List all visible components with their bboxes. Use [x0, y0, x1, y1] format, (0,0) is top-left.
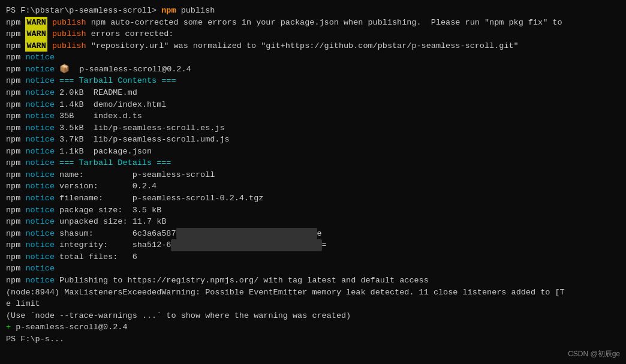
integrity-key: integrity: sha512-6: [55, 239, 171, 251]
tarball-contents-label: === Tarball Contents ===: [55, 75, 176, 87]
notice-badge15: notice: [25, 216, 55, 228]
publishing-text: Publishing to https://registry.npmjs.org…: [55, 275, 429, 287]
terminal-line-prompt2: PS F:\p-s...: [6, 333, 620, 345]
name-text: name: p-seamless-scroll: [55, 169, 215, 181]
es-text: 3.5kB lib/p-seamless-scroll.es.js: [55, 122, 225, 134]
publish-label3: publish: [47, 40, 86, 52]
npm-label4: npm: [6, 52, 25, 64]
npm-label3: npm: [6, 40, 25, 52]
publish-label2: publish: [47, 28, 86, 40]
terminal-line-prompt: PS F:\pbstar\p-seamless-scroll> npm publ…: [6, 5, 620, 17]
filename-text: filename: p-seamless-scroll-0.2.4.tgz: [55, 192, 263, 204]
warn-text1: npm auto-corrected some errors in your p…: [86, 17, 562, 29]
terminal-line-use-node: (Use `node --trace-warnings ...` to show…: [6, 310, 620, 322]
npm-label2: npm: [6, 28, 25, 40]
publish-command: publish: [176, 5, 215, 17]
notice-badge17: notice: [25, 239, 55, 251]
warn-badge2: WARN: [25, 28, 47, 40]
terminal-line-version: npm notice version: 0.2.4: [6, 181, 620, 192]
terminal-line-notice-empty2: npm notice: [6, 263, 620, 275]
totalfiles-text: total files: 6: [55, 251, 137, 263]
notice-badge2: notice: [25, 64, 55, 76]
warn-badge3: WARN: [25, 40, 47, 52]
demo-text: 1.4kB demo/index.html: [55, 99, 166, 111]
unpackedsize-text: unpacked size: 11.7 kB: [55, 216, 166, 228]
npm-label9: npm: [6, 110, 25, 122]
npm-label12: npm: [6, 146, 25, 158]
npm-label6: npm: [6, 75, 25, 87]
terminal-line-es: npm notice 3.5kB lib/p-seamless-scroll.e…: [6, 122, 620, 134]
publish-label: publish: [47, 17, 86, 29]
npm-label13: npm: [6, 157, 25, 169]
integrity-end: =: [322, 239, 327, 251]
terminal-line-unpackedsize: npm notice unpacked size: 11.7 kB: [6, 216, 620, 228]
terminal-line-demo: npm notice 1.4kB demo/index.html: [6, 99, 620, 111]
warn-badge: WARN: [25, 17, 47, 29]
notice-badge8: notice: [25, 134, 55, 146]
notice-badge3: notice: [25, 75, 55, 87]
terminal-line-readme: npm notice 2.0kB README.md: [6, 87, 620, 99]
umd-text: 3.7kB lib/p-seamless-scroll.umd.js: [55, 134, 230, 146]
pkgjson-text: 1.1kB package.json: [55, 146, 152, 158]
warn-text3: "repository.url" was normalized to "git+…: [86, 40, 519, 52]
terminal-line-elimit: e limit: [6, 298, 620, 310]
npm-label19: npm: [6, 228, 25, 240]
npm-label14: npm: [6, 169, 25, 181]
notice-badge20: notice: [25, 275, 55, 287]
notice-badge14: notice: [25, 204, 55, 216]
terminal-line-notice-pkg: npm notice 📦 p-seamless-scroll@0.2.4: [6, 64, 620, 76]
npm-label5: npm: [6, 64, 25, 76]
use-node-text: (Use `node --trace-warnings ...` to show…: [6, 310, 351, 322]
terminal-line-warn3: npm WARN publish "repository.url" was no…: [6, 40, 620, 52]
terminal-line-tarball-details: npm notice === Tarball Details ===: [6, 157, 620, 169]
terminal-line-indexdts: npm notice 35B index.d.ts: [6, 110, 620, 122]
notice-badge19: notice: [25, 263, 55, 275]
notice-badge5: notice: [25, 99, 55, 111]
npm-label7: npm: [6, 87, 25, 99]
notice-badge18: notice: [25, 251, 55, 263]
npm-label17: npm: [6, 204, 25, 216]
notice-badge1: notice: [25, 52, 55, 64]
terminal-line-notice-empty1: npm notice: [6, 52, 620, 64]
shasum-end: e: [317, 228, 322, 240]
terminal-line-node-warn: (node:8944) MaxListenersExceededWarning:…: [6, 287, 620, 299]
terminal-line-plus-pkg: + p-seamless-scroll@0.2.4: [6, 321, 620, 333]
terminal-window: PS F:\pbstar\p-seamless-scroll> npm publ…: [0, 0, 626, 364]
terminal-line-pkgsize: npm notice package size: 3.5 kB: [6, 204, 620, 216]
notice-badge6: notice: [25, 110, 55, 122]
shasum-key: shasum: 6c3a6a587: [55, 228, 176, 240]
ps-prompt-text: PS F:\pbstar\p-seamless-scroll>: [6, 5, 161, 17]
pkg-name: p-seamless-scroll@0.2.4: [70, 64, 191, 76]
terminal-line-umd: npm notice 3.7kB lib/p-seamless-scroll.u…: [6, 134, 620, 146]
npm-label22: npm: [6, 263, 25, 275]
version-text: version: 0.2.4: [55, 181, 156, 192]
terminal-line-totalfiles: npm notice total files: 6: [6, 251, 620, 263]
notice-badge10: notice: [25, 157, 55, 169]
ps-prompt2-text: PS F:\p-s...: [6, 333, 64, 345]
notice-badge16: notice: [25, 228, 55, 240]
npm-label21: npm: [6, 251, 25, 263]
npm-label: npm: [6, 17, 25, 29]
readme-text: 2.0kB README.md: [55, 87, 137, 99]
notice-badge13: notice: [25, 192, 55, 204]
notice-badge11: notice: [25, 169, 55, 181]
indexdts-text: 35B index.d.ts: [55, 110, 142, 122]
shasum-redacted: ■■■■■■■■■■■■■■■■■■■■■■■■■■■■■: [176, 228, 317, 240]
elimit-text: e limit: [6, 298, 40, 310]
npm-label20: npm: [6, 239, 25, 251]
pkgsize-text: package size: 3.5 kB: [55, 204, 161, 216]
terminal-line-publishing: npm notice Publishing to https://registr…: [6, 275, 620, 287]
terminal-line-shasum: npm notice shasum: 6c3a6a587■■■■■■■■■■■■…: [6, 228, 620, 240]
terminal-line-integrity: npm notice integrity: sha512-6■■■■■■■■■■…: [6, 239, 620, 251]
terminal-line-filename: npm notice filename: p-seamless-scroll-0…: [6, 192, 620, 204]
integrity-redacted: ■■■■■■■■■■■■■■■■■■■■■■■■■■■■■■■: [171, 239, 321, 251]
npm-label23: npm: [6, 275, 25, 287]
tarball-details-label: === Tarball Details ===: [55, 157, 171, 169]
pkg-icon: 📦: [55, 64, 70, 76]
plus-pkg-text: p-seamless-scroll@0.2.4: [11, 321, 127, 333]
notice-badge9: notice: [25, 146, 55, 158]
notice-badge7: notice: [25, 122, 55, 134]
watermark: CSDN @初辰ge: [568, 349, 620, 359]
notice-badge12: notice: [25, 181, 55, 192]
npm-label18: npm: [6, 216, 25, 228]
